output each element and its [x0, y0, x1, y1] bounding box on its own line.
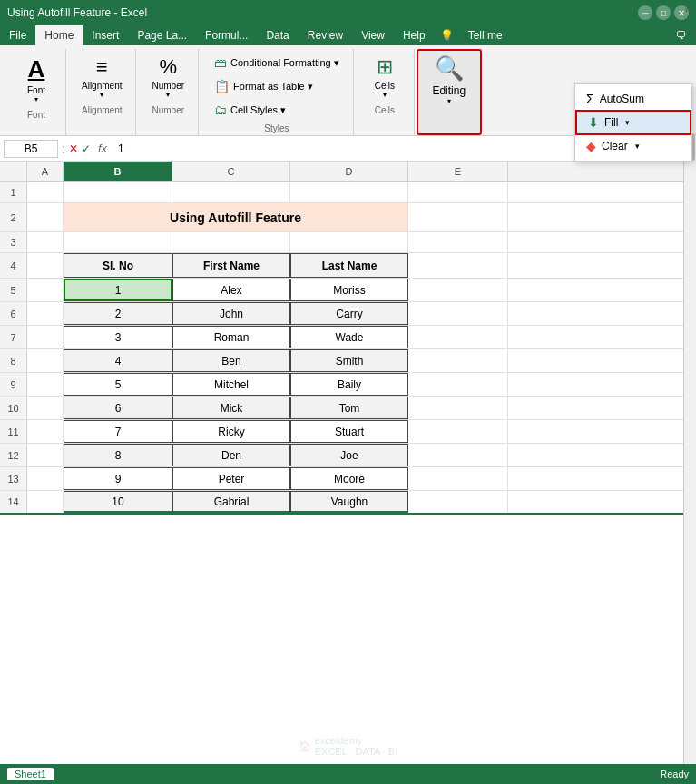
cell-b9[interactable]: 5: [64, 373, 172, 396]
fill-item[interactable]: ⬇ Fill ▾: [575, 110, 691, 135]
minimize-btn[interactable]: ─: [638, 5, 652, 20]
font-button[interactable]: A Font ▾: [15, 53, 58, 106]
cell-b11[interactable]: 7: [64, 420, 172, 443]
cell-a9[interactable]: [27, 373, 64, 396]
cell-a7[interactable]: [27, 326, 64, 348]
cell-e2[interactable]: [408, 203, 508, 231]
cell-c1[interactable]: [172, 182, 290, 202]
menu-file[interactable]: File: [0, 25, 35, 45]
cell-a11[interactable]: [27, 420, 64, 443]
cell-a1[interactable]: [27, 182, 64, 202]
vertical-scrollbar[interactable]: [683, 132, 696, 766]
menu-view[interactable]: View: [352, 25, 394, 45]
alignment-button[interactable]: ≡ Alignment ▾: [75, 53, 128, 102]
cell-a12[interactable]: [27, 444, 64, 466]
cell-c10[interactable]: Mick: [172, 397, 290, 419]
cell-e5[interactable]: [408, 279, 508, 301]
cell-d5[interactable]: Moriss: [290, 279, 408, 301]
cell-c11[interactable]: Ricky: [172, 420, 290, 443]
cell-e6[interactable]: [408, 302, 508, 325]
cell-d10[interactable]: Tom: [290, 397, 408, 419]
cell-b7[interactable]: 3: [64, 326, 172, 348]
cell-e12[interactable]: [408, 444, 508, 466]
cell-b14[interactable]: 10: [64, 491, 172, 513]
col-header-c[interactable]: C: [172, 162, 290, 181]
cell-a5[interactable]: [27, 279, 64, 301]
cell-b10[interactable]: 6: [64, 397, 172, 419]
col-header-e[interactable]: E: [408, 162, 508, 181]
cell-d11[interactable]: Stuart: [290, 420, 408, 443]
col-header-d[interactable]: D: [290, 162, 408, 181]
format-as-table-button[interactable]: 📋 Format as Table ▾: [208, 76, 319, 96]
cell-d12[interactable]: Joe: [290, 444, 408, 466]
col-header-b[interactable]: B: [64, 162, 172, 181]
cell-e14[interactable]: [408, 491, 508, 513]
cell-e11[interactable]: [408, 420, 508, 443]
cancel-icon[interactable]: ✕: [69, 142, 78, 155]
cell-a8[interactable]: [27, 349, 64, 372]
cell-c5[interactable]: Alex: [172, 279, 290, 301]
share-icon[interactable]: 🗨: [667, 25, 696, 45]
menu-home[interactable]: Home: [35, 25, 83, 45]
cell-a6[interactable]: [27, 302, 64, 325]
menu-tellme[interactable]: Tell me: [459, 25, 512, 45]
cell-c8[interactable]: Ben: [172, 349, 290, 372]
cell-a3[interactable]: [27, 232, 64, 252]
confirm-icon[interactable]: ✓: [82, 142, 91, 155]
cell-b8[interactable]: 4: [64, 349, 172, 372]
menu-help[interactable]: Help: [394, 25, 435, 45]
cell-c13[interactable]: Peter: [172, 467, 290, 490]
cell-e3[interactable]: [408, 232, 508, 252]
cell-d7[interactable]: Wade: [290, 326, 408, 348]
menu-review[interactable]: Review: [299, 25, 352, 45]
editing-group[interactable]: 🔍 Editing ▾: [417, 49, 482, 135]
menu-pagelayout[interactable]: Page La...: [128, 25, 196, 45]
cell-d13[interactable]: Moore: [290, 467, 408, 490]
cell-c14[interactable]: Gabrial: [172, 491, 290, 513]
menu-insert[interactable]: Insert: [83, 25, 128, 45]
title-cell[interactable]: Using Autofill Feature: [64, 203, 408, 231]
cell-b3[interactable]: [64, 232, 172, 252]
cell-c6[interactable]: John: [172, 302, 290, 325]
ribbon-collapse-btn[interactable]: ∧: [681, 0, 696, 16]
cell-e7[interactable]: [408, 326, 508, 348]
cell-b6[interactable]: 2: [64, 302, 172, 325]
clear-item[interactable]: ◆ Clear ▾: [575, 135, 691, 157]
menu-formulas[interactable]: Formul...: [196, 25, 257, 45]
col-header-a[interactable]: A: [27, 162, 64, 181]
autosum-item[interactable]: Σ AutoSum: [575, 88, 691, 110]
cell-b12[interactable]: 8: [64, 444, 172, 466]
cell-e9[interactable]: [408, 373, 508, 396]
conditional-formatting-button[interactable]: 🗃 Conditional Formatting ▾: [208, 53, 346, 73]
cell-b13[interactable]: 9: [64, 467, 172, 490]
cell-d6[interactable]: Carry: [290, 302, 408, 325]
maximize-btn[interactable]: □: [656, 5, 671, 20]
cell-a13[interactable]: [27, 467, 64, 490]
cell-c7[interactable]: Roman: [172, 326, 290, 348]
cell-c12[interactable]: Den: [172, 444, 290, 466]
cell-e4[interactable]: [408, 253, 508, 278]
cell-c9[interactable]: Mitchel: [172, 373, 290, 396]
cell-c4[interactable]: First Name: [172, 253, 290, 278]
sheet-tab[interactable]: Sheet1: [7, 768, 54, 780]
cell-b4[interactable]: Sl. No: [64, 253, 172, 278]
cell-b1[interactable]: [64, 182, 172, 202]
number-button[interactable]: % Number ▾: [145, 53, 191, 102]
cell-e1[interactable]: [408, 182, 508, 202]
cell-a10[interactable]: [27, 397, 64, 419]
cell-d3[interactable]: [290, 232, 408, 252]
cell-d8[interactable]: Smith: [290, 349, 408, 372]
cell-a4[interactable]: [27, 253, 64, 278]
cell-e10[interactable]: [408, 397, 508, 419]
cell-b5[interactable]: 1: [64, 279, 172, 301]
cell-d1[interactable]: [290, 182, 408, 202]
cell-reference-input[interactable]: B5: [4, 140, 58, 158]
cell-e13[interactable]: [408, 467, 508, 490]
cell-d9[interactable]: Baily: [290, 373, 408, 396]
cell-d14[interactable]: Vaughn: [290, 491, 408, 513]
cell-a14[interactable]: [27, 491, 64, 513]
cell-styles-button[interactable]: 🗂 Cell Styles ▾: [208, 100, 292, 120]
cell-d4[interactable]: Last Name: [290, 253, 408, 278]
cell-a2[interactable]: [27, 203, 64, 231]
cell-e8[interactable]: [408, 349, 508, 372]
